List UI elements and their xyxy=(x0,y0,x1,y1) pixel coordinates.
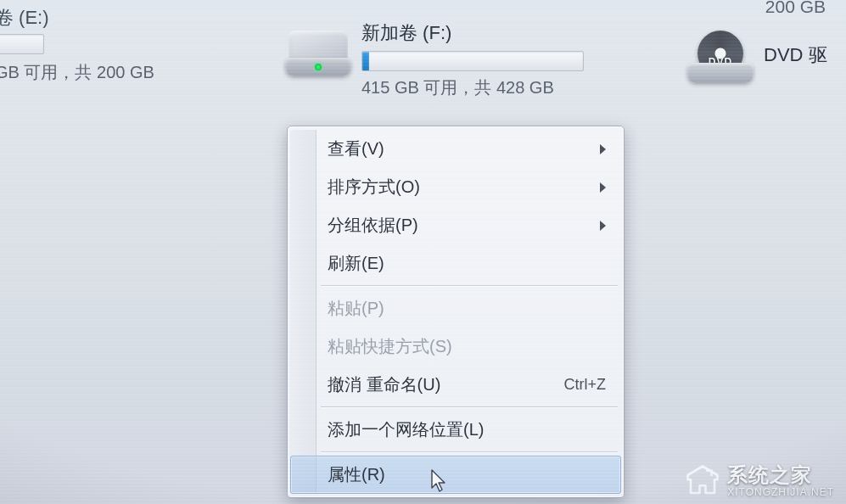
watermark-logo-icon xyxy=(685,463,720,499)
drive-e-name-partial: 卷 (E:) xyxy=(0,5,49,31)
drive-e-usage-bar xyxy=(0,34,44,54)
ctx-undo-rename[interactable]: 撤消 重命名(U) Ctrl+Z xyxy=(290,366,621,404)
drive-f-usage-fill xyxy=(362,52,369,70)
context-menu-separator xyxy=(321,451,618,453)
ctx-view-label: 查看(V) xyxy=(328,137,384,160)
drive-dvd-tile[interactable]: DVD DVD 驱 xyxy=(687,19,827,83)
submenu-arrow-icon xyxy=(600,144,606,154)
ctx-paste-label: 粘贴(P) xyxy=(328,297,384,320)
partial-size-text: 200 GB xyxy=(765,0,826,17)
watermark-title: 系统之家 xyxy=(727,464,834,486)
watermark: 系统之家 XITONGZHIJIA.NET xyxy=(685,463,834,499)
ctx-sort-by-label: 排序方式(O) xyxy=(328,176,420,199)
explorer-drives-view: 200 GB 卷 (E:) GB 可用，共 200 GB 新加卷 (F:) 41… xyxy=(0,0,846,504)
ctx-paste-shortcut-label: 粘贴快捷方式(S) xyxy=(328,335,452,358)
drive-dvd-name: DVD 驱 xyxy=(764,42,827,68)
watermark-sub: XITONGZHIJIA.NET xyxy=(727,487,834,498)
context-menu-separator xyxy=(321,285,618,287)
hdd-icon xyxy=(285,25,351,76)
ctx-properties-label: 属性(R) xyxy=(328,463,385,486)
drive-f-name: 新加卷 (F:) xyxy=(361,20,584,46)
context-menu: 查看(V) 排序方式(O) 分组依据(P) 刷新(E) 粘贴(P) 粘贴快捷方式… xyxy=(287,126,625,498)
ctx-undo-rename-accel: Ctrl+Z xyxy=(564,376,607,394)
dvd-drive-icon: DVD xyxy=(687,27,754,83)
ctx-add-network-location[interactable]: 添加一个网络位置(L) xyxy=(290,411,621,449)
ctx-paste: 粘贴(P) xyxy=(290,289,621,328)
ctx-paste-shortcut: 粘贴快捷方式(S) xyxy=(290,328,621,366)
ctx-view[interactable]: 查看(V) xyxy=(290,130,621,168)
ctx-group-by[interactable]: 分组依据(P) xyxy=(290,206,621,244)
submenu-arrow-icon xyxy=(600,221,606,231)
ctx-undo-rename-label: 撤消 重命名(U) xyxy=(328,373,440,396)
ctx-add-network-location-label: 添加一个网络位置(L) xyxy=(328,418,484,441)
ctx-refresh-label: 刷新(E) xyxy=(328,252,384,275)
ctx-refresh[interactable]: 刷新(E) xyxy=(290,244,621,283)
ctx-group-by-label: 分组依据(P) xyxy=(328,214,418,237)
drive-f-sub: 415 GB 可用，共 428 GB xyxy=(361,76,584,99)
drive-e-sub-partial: GB 可用，共 200 GB xyxy=(0,61,154,84)
drive-f-tile[interactable]: 新加卷 (F:) 415 GB 可用，共 428 GB xyxy=(285,15,584,99)
submenu-arrow-icon xyxy=(600,182,606,193)
context-menu-separator xyxy=(321,406,618,408)
drive-f-usage-bar xyxy=(361,51,584,71)
ctx-sort-by[interactable]: 排序方式(O) xyxy=(290,168,621,206)
ctx-properties[interactable]: 属性(R) xyxy=(290,456,621,494)
